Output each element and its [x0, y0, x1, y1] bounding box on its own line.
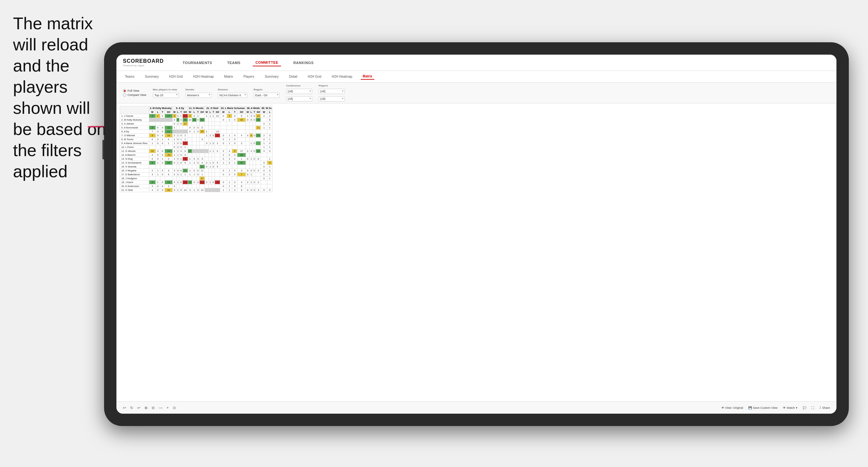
cell: 0 [261, 169, 267, 173]
subnav-summary[interactable]: Summary [143, 74, 161, 80]
cell [215, 188, 220, 192]
cell: 40 [182, 118, 188, 122]
cell: 0 [253, 134, 256, 137]
cell [261, 157, 267, 161]
full-view-radio[interactable] [123, 89, 126, 92]
table-row: 8. M Torres 0 0 1 0 1 0 1 2 3 [120, 137, 273, 142]
table-row: 10. L Perini 0 2 0 1 [120, 145, 273, 149]
sub-l-6: L [250, 110, 253, 114]
players-select[interactable]: (All) [319, 89, 345, 94]
subnav-matrix2[interactable]: Matrix [361, 73, 374, 80]
region-select[interactable]: East - DII West - DII South - DII [254, 93, 280, 98]
tablet-side-button [102, 140, 104, 159]
plus-icon[interactable]: + [166, 406, 169, 410]
conference-select2[interactable]: (All) [286, 96, 312, 101]
full-view-option[interactable]: Full View [123, 89, 146, 92]
subnav-teams[interactable]: Teams [123, 74, 136, 80]
cell: 5 [182, 161, 188, 165]
cell [188, 134, 192, 137]
division-select[interactable]: NCAA Division II NCAA Division I NCAA Di… [218, 93, 247, 98]
header-col-11: 11. G Woods [188, 106, 205, 110]
compact-view-radio[interactable] [123, 93, 126, 97]
cell [253, 173, 256, 177]
share-btn[interactable]: ⤴ Share [819, 406, 830, 409]
undo-icon[interactable]: ↩ [123, 406, 126, 410]
nav-tournaments[interactable]: TOURNAMENTS [180, 60, 215, 66]
cell: 0 [149, 157, 156, 161]
subnav-h2h-grid[interactable]: H2H Grid [167, 74, 185, 80]
cell: 0 [267, 149, 273, 153]
cell [209, 173, 212, 177]
cell: 4 [182, 153, 188, 157]
cell [192, 122, 196, 126]
cell: 4 [196, 130, 200, 134]
cell: 11 [165, 130, 173, 134]
cell: -12 [215, 181, 220, 184]
cell [188, 184, 192, 188]
cell: 0 [246, 188, 250, 192]
cell [149, 118, 156, 122]
view-original-btn[interactable]: 👁 View: Original [721, 406, 743, 409]
compact-view-label: Compact View [127, 93, 146, 97]
subnav-h2h-grid2[interactable]: H2H Grid [306, 74, 323, 80]
cell [215, 126, 220, 130]
subnav-h2h-heatmap2[interactable]: H2H Heatmap [330, 74, 354, 80]
gender-select[interactable]: Women's Men's [185, 93, 211, 98]
cell: 11 [182, 169, 188, 173]
cell: 3 [188, 188, 192, 192]
subnav-players[interactable]: Players [242, 74, 256, 80]
subnav-matrix[interactable]: Matrix [222, 74, 235, 80]
cell [188, 137, 192, 142]
sub-w-6: W [246, 110, 250, 114]
players-select2[interactable]: (All) [319, 96, 345, 101]
cell: 1 [176, 188, 180, 192]
table-row: 2. M Kelly Mulcahy 0 7 0 40 10 10 0 50 [120, 118, 273, 122]
cell: 7 [149, 130, 156, 134]
subnav-detail[interactable]: Detail [287, 74, 300, 80]
cell [165, 165, 173, 169]
nav-rankings[interactable]: RANKINGS [291, 60, 316, 66]
cell: 0 [155, 184, 160, 188]
cell: 3 [250, 114, 253, 118]
cell: 0 [196, 181, 200, 184]
conference-select[interactable]: (All) [286, 89, 312, 94]
cell: 1 [227, 181, 232, 184]
nav-committee[interactable]: COMMITTEE [253, 59, 281, 66]
cell: -20 [182, 181, 188, 184]
cell: 0 [220, 142, 227, 145]
subnav-summary2[interactable]: Summary [263, 74, 281, 80]
cell [250, 153, 253, 157]
cell: 0 [180, 142, 183, 145]
max-players-select[interactable]: Top 25 Top 10 Top 50 [153, 93, 179, 98]
cell [192, 137, 196, 142]
subnav-h2h-heatmap[interactable]: H2H Heatmap [191, 74, 216, 80]
minus-icon[interactable]: — [159, 406, 163, 410]
fullscreen-btn[interactable]: ⛶ [811, 406, 814, 409]
cell: 27 [165, 114, 173, 118]
header-col-6: 6. A Dy [173, 106, 188, 110]
cell [253, 177, 256, 181]
compact-view-option[interactable]: Compact View [123, 93, 146, 97]
matrix-content[interactable]: 2. M Kelly Mulcahy 6. A Dy 11. G Woods 2… [117, 103, 836, 401]
cell: 0 [205, 165, 209, 169]
cell: 1 [149, 142, 156, 145]
cell [250, 161, 253, 165]
reset-icon[interactable]: ⊙ [173, 406, 176, 410]
cell: 1 [173, 142, 176, 145]
cell: 0 [192, 169, 196, 173]
redo-icon[interactable]: ↻ [130, 406, 133, 410]
cell: 1 [267, 173, 273, 177]
zoom-icon[interactable]: ⊕ [145, 406, 148, 410]
nav-teams[interactable]: TEAMS [224, 60, 243, 66]
cell: 0 [165, 157, 173, 161]
cell [246, 177, 250, 181]
comment-btn[interactable]: 💬 [803, 406, 806, 409]
zoom-out-icon[interactable]: ⊖ [152, 406, 155, 410]
undo2-icon[interactable]: ↩ [137, 406, 141, 410]
cell: 0 [155, 137, 160, 142]
save-custom-view-btn[interactable]: 💾 Save Custom View [748, 406, 778, 409]
watch-btn[interactable]: 👁 Watch ▾ [783, 406, 798, 409]
cell [200, 142, 205, 145]
cell: 2 [261, 134, 267, 137]
top-nav: SCOREBOARD Powered by clippd TOURNAMENTS… [117, 55, 836, 71]
